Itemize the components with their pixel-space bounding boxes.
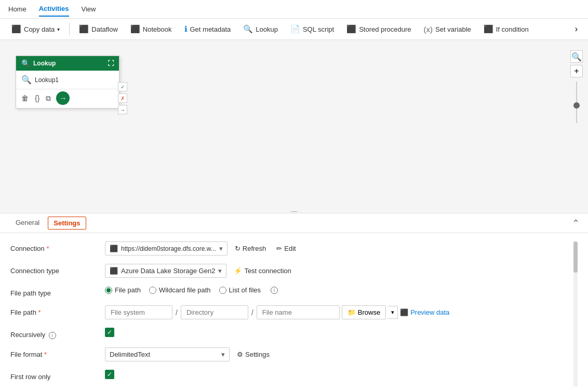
lookup-node: 🔍 Lookup ⛶ 🔍 Lookup1 🗑 {} ⧉ → ✓ ✗ → bbox=[16, 56, 119, 109]
bottom-panel: General Settings ⌃ Connection * ⬛ https:… bbox=[0, 213, 588, 386]
file-format-settings-button[interactable]: ⚙ Settings bbox=[234, 348, 273, 360]
connector-fail[interactable]: ✗ bbox=[118, 93, 127, 103]
scrollbar-track[interactable] bbox=[573, 241, 578, 386]
connection-controls: ⬛ https://didem0storage.dfs.core.w... ▾ … bbox=[105, 241, 569, 255]
tab-general[interactable]: General bbox=[8, 214, 47, 232]
connection-type-arrow: ▾ bbox=[218, 267, 222, 275]
connection-storage-icon: ⬛ bbox=[110, 245, 118, 252]
file-path-label: File path * bbox=[10, 305, 99, 316]
connection-row: Connection * ⬛ https://didem0storage.dfs… bbox=[10, 241, 569, 255]
sql-script-button[interactable]: 📄 SQL script bbox=[285, 22, 339, 36]
lookup-button[interactable]: 🔍 Lookup bbox=[238, 22, 283, 36]
node-title: Lookup bbox=[33, 60, 56, 67]
get-metadata-button[interactable]: ℹ Get metadata bbox=[179, 22, 236, 36]
menu-home[interactable]: Home bbox=[8, 2, 26, 16]
connector-complete[interactable]: → bbox=[118, 105, 127, 114]
zoom-thumb bbox=[573, 102, 580, 109]
recursively-info-icon: i bbox=[49, 332, 56, 339]
browse-dropdown-button[interactable]: ▾ bbox=[388, 306, 398, 319]
node-copy-button[interactable]: ⧉ bbox=[45, 93, 52, 104]
connection-type-dropdown[interactable]: ⬛ Azure Data Lake Storage Gen2 ▾ bbox=[105, 264, 226, 278]
node-connectors: ✓ ✗ → bbox=[118, 82, 127, 114]
first-row-only-checkbox[interactable]: ✓ bbox=[105, 370, 114, 379]
dataflow-button[interactable]: ⬛ Dataflow bbox=[74, 22, 123, 36]
radio-file-path-input[interactable] bbox=[105, 287, 112, 294]
connector-success[interactable]: ✓ bbox=[118, 82, 127, 91]
radio-list-input[interactable] bbox=[219, 287, 226, 294]
file-format-controls: DelimitedText ▾ ⚙ Settings bbox=[105, 347, 569, 361]
canvas-area[interactable]: 🔍 Lookup ⛶ 🔍 Lookup1 🗑 {} ⧉ → ✓ ✗ → bbox=[0, 40, 588, 213]
menu-view[interactable]: View bbox=[82, 2, 96, 16]
browse-icon: 📁 bbox=[348, 308, 356, 316]
connection-dropdown[interactable]: ⬛ https://didem0storage.dfs.core.w... ▾ bbox=[105, 241, 228, 255]
tab-settings[interactable]: Settings bbox=[48, 217, 86, 230]
file-format-arrow: ▾ bbox=[221, 351, 225, 358]
node-body-label: Lookup1 bbox=[35, 76, 59, 84]
get-metadata-icon: ℹ bbox=[184, 24, 188, 34]
file-format-required: * bbox=[44, 351, 47, 358]
toolbar-more-button[interactable]: › bbox=[571, 22, 582, 36]
file-format-dropdown[interactable]: DelimitedText ▾ bbox=[105, 347, 230, 361]
sql-script-icon: 📄 bbox=[290, 24, 300, 34]
file-path-required: * bbox=[38, 308, 41, 316]
azure-icon: ⬛ bbox=[110, 267, 118, 275]
copy-data-button[interactable]: ⬛ Copy data ▾ bbox=[6, 22, 65, 36]
preview-icon: ⬛ bbox=[400, 308, 408, 316]
test-connection-icon: ⚡ bbox=[234, 267, 242, 275]
menu-activities[interactable]: Activities bbox=[39, 2, 69, 17]
connection-dropdown-arrow: ▾ bbox=[219, 245, 223, 252]
first-row-only-label: First row only bbox=[10, 370, 99, 381]
connection-type-controls: ⬛ Azure Data Lake Storage Gen2 ▾ ⚡ Test … bbox=[105, 264, 569, 278]
node-go-button[interactable]: → bbox=[56, 91, 70, 105]
file-format-row: File format * DelimitedText ▾ ⚙ Settings bbox=[10, 347, 569, 361]
zoom-controls: 🔍 + bbox=[570, 50, 583, 125]
zoom-search-button[interactable]: 🔍 bbox=[570, 50, 583, 63]
zoom-plus-button[interactable]: + bbox=[570, 65, 583, 77]
resize-handle[interactable]: — bbox=[284, 210, 304, 213]
toolbar: ⬛ Copy data ▾ ⬛ Dataflow ⬛ Notebook ℹ Ge… bbox=[0, 19, 588, 40]
radio-list-of-files[interactable]: List of files bbox=[219, 286, 261, 294]
settings-scroll: Connection * ⬛ https://didem0storage.dfs… bbox=[10, 241, 573, 386]
node-code-button[interactable]: {} bbox=[34, 93, 41, 103]
settings-content: Connection * ⬛ https://didem0storage.dfs… bbox=[0, 233, 588, 386]
tab-bar: General Settings ⌃ bbox=[0, 213, 588, 233]
preview-data-button[interactable]: ⬛ Preview data bbox=[400, 308, 449, 316]
node-expand-icon[interactable]: ⛶ bbox=[108, 60, 114, 67]
directory-input[interactable] bbox=[181, 305, 248, 319]
notebook-button[interactable]: ⬛ Notebook bbox=[125, 22, 177, 36]
file-format-settings-icon: ⚙ bbox=[237, 351, 243, 358]
recursively-checkbox[interactable]: ✓ bbox=[105, 328, 114, 337]
file-system-input[interactable] bbox=[105, 305, 172, 319]
file-name-input[interactable] bbox=[257, 305, 340, 319]
node-header-icon: 🔍 bbox=[21, 59, 30, 68]
notebook-icon: ⬛ bbox=[130, 24, 140, 34]
edit-button[interactable]: ✏ Edit bbox=[273, 243, 299, 254]
if-condition-button[interactable]: ⬛ If condition bbox=[478, 22, 534, 36]
stored-procedure-button[interactable]: ⬛ Stored procedure bbox=[341, 22, 416, 36]
recursively-row: Recursively i ✓ bbox=[10, 328, 569, 339]
menu-bar: Home Activities View bbox=[0, 0, 588, 19]
sep1 bbox=[69, 23, 70, 35]
dataflow-icon: ⬛ bbox=[79, 24, 89, 34]
refresh-icon: ↻ bbox=[235, 245, 240, 252]
scrollbar-thumb[interactable] bbox=[573, 241, 578, 273]
radio-wildcard[interactable]: Wildcard file path bbox=[149, 286, 211, 294]
radio-file-path[interactable]: File path bbox=[105, 286, 141, 294]
file-format-value: DelimitedText bbox=[110, 351, 150, 358]
file-path-type-label: File path type bbox=[10, 286, 99, 297]
radio-wildcard-input[interactable] bbox=[149, 287, 156, 294]
node-delete-button[interactable]: 🗑 bbox=[20, 93, 30, 103]
zoom-track bbox=[576, 82, 577, 123]
file-path-type-info-icon: i bbox=[271, 287, 278, 294]
file-format-label: File format * bbox=[10, 347, 99, 358]
refresh-button[interactable]: ↻ Refresh bbox=[232, 243, 270, 254]
panel-collapse-button[interactable]: ⌃ bbox=[572, 218, 580, 229]
copy-data-dropdown-icon: ▾ bbox=[57, 26, 60, 32]
node-body: 🔍 Lookup1 bbox=[16, 71, 119, 89]
browse-button[interactable]: 📁 Browse bbox=[342, 305, 386, 319]
set-variable-button[interactable]: (x) Set variable bbox=[419, 22, 476, 36]
file-path-row: File path * / / 📁 Browse bbox=[10, 305, 569, 319]
test-connection-button[interactable]: ⚡ Test connection bbox=[231, 265, 294, 277]
copy-data-icon: ⬛ bbox=[11, 24, 21, 34]
connection-required: * bbox=[46, 245, 49, 252]
